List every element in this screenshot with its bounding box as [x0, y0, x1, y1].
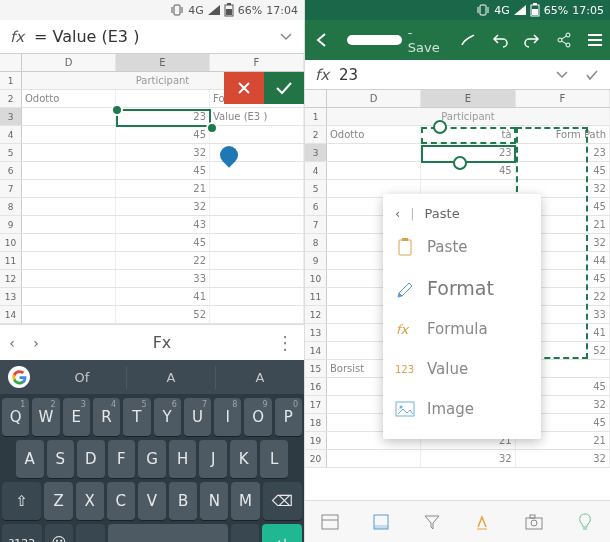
keyboard[interactable]: Q1W2E3R4T5Y6U7I8O9P0 ASDFGHJKL ⇧ ZXCVBNM…: [0, 394, 304, 542]
table-row[interactable]: 832: [0, 198, 304, 216]
draw-icon[interactable]: [459, 31, 477, 49]
chevron-down-icon[interactable]: [274, 33, 298, 41]
key[interactable]: Y6: [154, 398, 181, 436]
paste-option[interactable]: 123Value: [383, 349, 541, 389]
document-title: [347, 35, 402, 45]
key[interactable]: H: [169, 440, 197, 478]
svg-rect-6: [480, 5, 486, 15]
key[interactable]: C: [107, 482, 135, 520]
col-header[interactable]: E: [116, 54, 210, 71]
key[interactable]: F: [108, 440, 136, 478]
key[interactable]: K: [230, 440, 258, 478]
fx-button[interactable]: Fx: [153, 333, 172, 352]
table-row[interactable]: 1122: [0, 252, 304, 270]
emoji-key[interactable]: ☺: [45, 524, 74, 542]
selection-handle[interactable]: [111, 104, 123, 116]
table-row[interactable]: 1341: [0, 288, 304, 306]
key[interactable]: U7: [184, 398, 211, 436]
col-header[interactable]: F: [516, 90, 610, 107]
key[interactable]: R4: [93, 398, 120, 436]
table-row[interactable]: 2OdottotàForm Path: [305, 126, 610, 144]
sheet-icon[interactable]: [317, 509, 343, 535]
key[interactable]: T5: [123, 398, 150, 436]
formula-bar[interactable]: fx = Value (E3 ): [0, 20, 304, 54]
enter-key[interactable]: ↵: [262, 524, 302, 542]
table-row[interactable]: 203232: [305, 450, 610, 468]
table-row[interactable]: 1045: [0, 234, 304, 252]
back-chevron-icon[interactable]: ‹: [395, 206, 400, 221]
chevron-down-icon[interactable]: [550, 71, 574, 79]
key[interactable]: V: [138, 482, 166, 520]
ideas-icon[interactable]: [572, 509, 598, 535]
selection-handle[interactable]: [453, 156, 467, 170]
col-header[interactable]: D: [22, 54, 116, 71]
comma-key[interactable]: ,: [76, 524, 105, 542]
key[interactable]: W2: [32, 398, 59, 436]
accept-button[interactable]: [264, 72, 304, 104]
key[interactable]: N: [200, 482, 228, 520]
key[interactable]: M: [231, 482, 259, 520]
space-key[interactable]: [108, 524, 228, 542]
back-icon[interactable]: [313, 31, 331, 49]
key[interactable]: L: [260, 440, 288, 478]
formula-input[interactable]: 23: [339, 66, 544, 84]
format-icon: [395, 278, 415, 298]
suggestion[interactable]: A: [127, 366, 216, 389]
spreadsheet[interactable]: D E F 1Participant2OdottoForm Path323Val…: [0, 54, 304, 324]
arrow-left-icon[interactable]: ‹: [0, 335, 24, 351]
table-row[interactable]: 1452: [0, 306, 304, 324]
camera-icon[interactable]: [521, 509, 547, 535]
paste-option[interactable]: Paste: [383, 227, 541, 267]
suggestion[interactable]: Of: [38, 366, 127, 389]
selection-handle[interactable]: [206, 122, 218, 134]
key[interactable]: Q1: [2, 398, 29, 436]
commit-icon[interactable]: [580, 69, 604, 81]
table-row[interactable]: 645: [0, 162, 304, 180]
table-row[interactable]: 943: [0, 216, 304, 234]
svg-text:123: 123: [395, 364, 414, 375]
key[interactable]: D: [77, 440, 105, 478]
table-row[interactable]: 1233: [0, 270, 304, 288]
key[interactable]: X: [76, 482, 104, 520]
paste-option[interactable]: Image: [383, 389, 541, 429]
formula-bar[interactable]: fx 23: [305, 60, 610, 90]
menu-icon[interactable]: [587, 33, 603, 47]
table-row[interactable]: 445: [0, 126, 304, 144]
col-header[interactable]: E: [421, 90, 515, 107]
more-icon[interactable]: ⋮: [276, 332, 304, 353]
redo-icon[interactable]: [523, 32, 541, 48]
highlight-icon[interactable]: [470, 509, 496, 535]
key[interactable]: B: [169, 482, 197, 520]
numbers-key[interactable]: ?123: [2, 524, 42, 542]
formula-input[interactable]: = Value (E3 ): [34, 27, 268, 46]
key[interactable]: E3: [63, 398, 90, 436]
period-key[interactable]: .: [231, 524, 260, 542]
key[interactable]: S: [47, 440, 75, 478]
key[interactable]: J: [199, 440, 227, 478]
table-row[interactable]: 532: [0, 144, 304, 162]
bottom-toolbar: [305, 500, 610, 542]
key[interactable]: O9: [244, 398, 271, 436]
key[interactable]: G: [138, 440, 166, 478]
key[interactable]: I8: [214, 398, 241, 436]
autosum-icon[interactable]: [368, 509, 394, 535]
selection-handle[interactable]: [433, 120, 447, 134]
shift-key[interactable]: ⇧: [2, 482, 41, 520]
paste-option[interactable]: Format: [383, 267, 541, 309]
suggestion[interactable]: A: [216, 366, 304, 389]
cancel-button[interactable]: [224, 72, 264, 104]
table-row[interactable]: 323Value (E3 ): [0, 108, 304, 126]
col-header[interactable]: F: [210, 54, 304, 71]
arrow-right-icon[interactable]: ›: [24, 335, 48, 351]
paste-option[interactable]: fxFormula: [383, 309, 541, 349]
col-header[interactable]: D: [327, 90, 421, 107]
undo-icon[interactable]: [491, 32, 509, 48]
share-icon[interactable]: [555, 31, 573, 49]
table-row[interactable]: 721: [0, 180, 304, 198]
backspace-key[interactable]: ⌫: [263, 482, 302, 520]
google-icon[interactable]: [8, 366, 30, 388]
filter-icon[interactable]: [419, 509, 445, 535]
key[interactable]: A: [16, 440, 44, 478]
key[interactable]: P0: [275, 398, 302, 436]
key[interactable]: Z: [44, 482, 72, 520]
